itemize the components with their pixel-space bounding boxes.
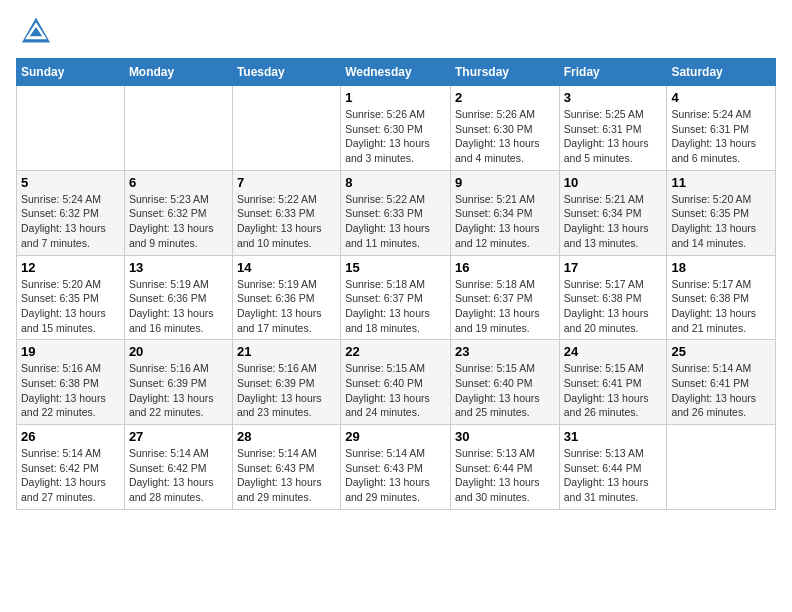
day-info: Sunrise: 5:16 AMSunset: 6:38 PMDaylight:… <box>21 361 120 420</box>
calendar-cell: 15Sunrise: 5:18 AMSunset: 6:37 PMDayligh… <box>341 255 451 340</box>
day-info: Sunrise: 5:15 AMSunset: 6:40 PMDaylight:… <box>345 361 446 420</box>
calendar-cell <box>17 86 125 171</box>
day-number: 26 <box>21 429 120 444</box>
calendar-cell: 12Sunrise: 5:20 AMSunset: 6:35 PMDayligh… <box>17 255 125 340</box>
calendar-cell: 19Sunrise: 5:16 AMSunset: 6:38 PMDayligh… <box>17 340 125 425</box>
day-number: 19 <box>21 344 120 359</box>
calendar-cell: 8Sunrise: 5:22 AMSunset: 6:33 PMDaylight… <box>341 170 451 255</box>
day-number: 31 <box>564 429 663 444</box>
day-number: 9 <box>455 175 555 190</box>
weekday-header-monday: Monday <box>124 59 232 86</box>
day-number: 4 <box>671 90 771 105</box>
day-info: Sunrise: 5:14 AMSunset: 6:41 PMDaylight:… <box>671 361 771 420</box>
calendar-week-2: 5Sunrise: 5:24 AMSunset: 6:32 PMDaylight… <box>17 170 776 255</box>
day-number: 28 <box>237 429 336 444</box>
calendar-cell <box>667 425 776 510</box>
calendar-week-4: 19Sunrise: 5:16 AMSunset: 6:38 PMDayligh… <box>17 340 776 425</box>
day-info: Sunrise: 5:13 AMSunset: 6:44 PMDaylight:… <box>564 446 663 505</box>
day-info: Sunrise: 5:21 AMSunset: 6:34 PMDaylight:… <box>564 192 663 251</box>
calendar-cell: 7Sunrise: 5:22 AMSunset: 6:33 PMDaylight… <box>232 170 340 255</box>
day-info: Sunrise: 5:14 AMSunset: 6:43 PMDaylight:… <box>345 446 446 505</box>
calendar-cell: 24Sunrise: 5:15 AMSunset: 6:41 PMDayligh… <box>559 340 667 425</box>
calendar-cell: 1Sunrise: 5:26 AMSunset: 6:30 PMDaylight… <box>341 86 451 171</box>
day-number: 5 <box>21 175 120 190</box>
day-info: Sunrise: 5:16 AMSunset: 6:39 PMDaylight:… <box>129 361 228 420</box>
day-info: Sunrise: 5:13 AMSunset: 6:44 PMDaylight:… <box>455 446 555 505</box>
day-number: 14 <box>237 260 336 275</box>
day-info: Sunrise: 5:15 AMSunset: 6:41 PMDaylight:… <box>564 361 663 420</box>
day-number: 1 <box>345 90 446 105</box>
day-info: Sunrise: 5:14 AMSunset: 6:42 PMDaylight:… <box>21 446 120 505</box>
calendar-cell: 6Sunrise: 5:23 AMSunset: 6:32 PMDaylight… <box>124 170 232 255</box>
calendar-cell <box>232 86 340 171</box>
day-number: 12 <box>21 260 120 275</box>
calendar-header-row: SundayMondayTuesdayWednesdayThursdayFrid… <box>17 59 776 86</box>
day-info: Sunrise: 5:20 AMSunset: 6:35 PMDaylight:… <box>671 192 771 251</box>
day-number: 2 <box>455 90 555 105</box>
calendar-cell: 5Sunrise: 5:24 AMSunset: 6:32 PMDaylight… <box>17 170 125 255</box>
calendar-cell: 9Sunrise: 5:21 AMSunset: 6:34 PMDaylight… <box>450 170 559 255</box>
calendar-cell: 26Sunrise: 5:14 AMSunset: 6:42 PMDayligh… <box>17 425 125 510</box>
day-number: 21 <box>237 344 336 359</box>
day-info: Sunrise: 5:25 AMSunset: 6:31 PMDaylight:… <box>564 107 663 166</box>
day-info: Sunrise: 5:23 AMSunset: 6:32 PMDaylight:… <box>129 192 228 251</box>
calendar-cell: 29Sunrise: 5:14 AMSunset: 6:43 PMDayligh… <box>341 425 451 510</box>
day-info: Sunrise: 5:26 AMSunset: 6:30 PMDaylight:… <box>455 107 555 166</box>
weekday-header-sunday: Sunday <box>17 59 125 86</box>
calendar-cell: 4Sunrise: 5:24 AMSunset: 6:31 PMDaylight… <box>667 86 776 171</box>
day-number: 24 <box>564 344 663 359</box>
day-info: Sunrise: 5:21 AMSunset: 6:34 PMDaylight:… <box>455 192 555 251</box>
day-number: 29 <box>345 429 446 444</box>
day-number: 7 <box>237 175 336 190</box>
calendar-cell: 20Sunrise: 5:16 AMSunset: 6:39 PMDayligh… <box>124 340 232 425</box>
calendar-cell: 16Sunrise: 5:18 AMSunset: 6:37 PMDayligh… <box>450 255 559 340</box>
day-number: 20 <box>129 344 228 359</box>
day-number: 11 <box>671 175 771 190</box>
calendar-cell: 3Sunrise: 5:25 AMSunset: 6:31 PMDaylight… <box>559 86 667 171</box>
day-number: 18 <box>671 260 771 275</box>
day-info: Sunrise: 5:20 AMSunset: 6:35 PMDaylight:… <box>21 277 120 336</box>
day-info: Sunrise: 5:18 AMSunset: 6:37 PMDaylight:… <box>455 277 555 336</box>
calendar-cell: 27Sunrise: 5:14 AMSunset: 6:42 PMDayligh… <box>124 425 232 510</box>
calendar-cell <box>124 86 232 171</box>
calendar-cell: 11Sunrise: 5:20 AMSunset: 6:35 PMDayligh… <box>667 170 776 255</box>
calendar-cell: 10Sunrise: 5:21 AMSunset: 6:34 PMDayligh… <box>559 170 667 255</box>
day-number: 16 <box>455 260 555 275</box>
day-number: 6 <box>129 175 228 190</box>
calendar-week-1: 1Sunrise: 5:26 AMSunset: 6:30 PMDaylight… <box>17 86 776 171</box>
day-number: 13 <box>129 260 228 275</box>
calendar-cell: 2Sunrise: 5:26 AMSunset: 6:30 PMDaylight… <box>450 86 559 171</box>
calendar-week-5: 26Sunrise: 5:14 AMSunset: 6:42 PMDayligh… <box>17 425 776 510</box>
day-number: 10 <box>564 175 663 190</box>
day-info: Sunrise: 5:22 AMSunset: 6:33 PMDaylight:… <box>345 192 446 251</box>
day-number: 27 <box>129 429 228 444</box>
calendar-cell: 25Sunrise: 5:14 AMSunset: 6:41 PMDayligh… <box>667 340 776 425</box>
calendar-cell: 21Sunrise: 5:16 AMSunset: 6:39 PMDayligh… <box>232 340 340 425</box>
day-info: Sunrise: 5:17 AMSunset: 6:38 PMDaylight:… <box>564 277 663 336</box>
calendar-cell: 17Sunrise: 5:17 AMSunset: 6:38 PMDayligh… <box>559 255 667 340</box>
day-info: Sunrise: 5:19 AMSunset: 6:36 PMDaylight:… <box>129 277 228 336</box>
day-info: Sunrise: 5:24 AMSunset: 6:32 PMDaylight:… <box>21 192 120 251</box>
day-info: Sunrise: 5:17 AMSunset: 6:38 PMDaylight:… <box>671 277 771 336</box>
day-number: 23 <box>455 344 555 359</box>
day-info: Sunrise: 5:26 AMSunset: 6:30 PMDaylight:… <box>345 107 446 166</box>
day-number: 3 <box>564 90 663 105</box>
logo-icon <box>20 16 52 44</box>
calendar-table: SundayMondayTuesdayWednesdayThursdayFrid… <box>16 58 776 510</box>
calendar-cell: 28Sunrise: 5:14 AMSunset: 6:43 PMDayligh… <box>232 425 340 510</box>
day-number: 22 <box>345 344 446 359</box>
page-header <box>16 16 776 48</box>
calendar-cell: 31Sunrise: 5:13 AMSunset: 6:44 PMDayligh… <box>559 425 667 510</box>
calendar-cell: 18Sunrise: 5:17 AMSunset: 6:38 PMDayligh… <box>667 255 776 340</box>
weekday-header-thursday: Thursday <box>450 59 559 86</box>
day-number: 17 <box>564 260 663 275</box>
day-number: 25 <box>671 344 771 359</box>
day-number: 30 <box>455 429 555 444</box>
weekday-header-friday: Friday <box>559 59 667 86</box>
day-info: Sunrise: 5:15 AMSunset: 6:40 PMDaylight:… <box>455 361 555 420</box>
day-info: Sunrise: 5:22 AMSunset: 6:33 PMDaylight:… <box>237 192 336 251</box>
day-number: 15 <box>345 260 446 275</box>
day-info: Sunrise: 5:24 AMSunset: 6:31 PMDaylight:… <box>671 107 771 166</box>
weekday-header-tuesday: Tuesday <box>232 59 340 86</box>
calendar-cell: 23Sunrise: 5:15 AMSunset: 6:40 PMDayligh… <box>450 340 559 425</box>
